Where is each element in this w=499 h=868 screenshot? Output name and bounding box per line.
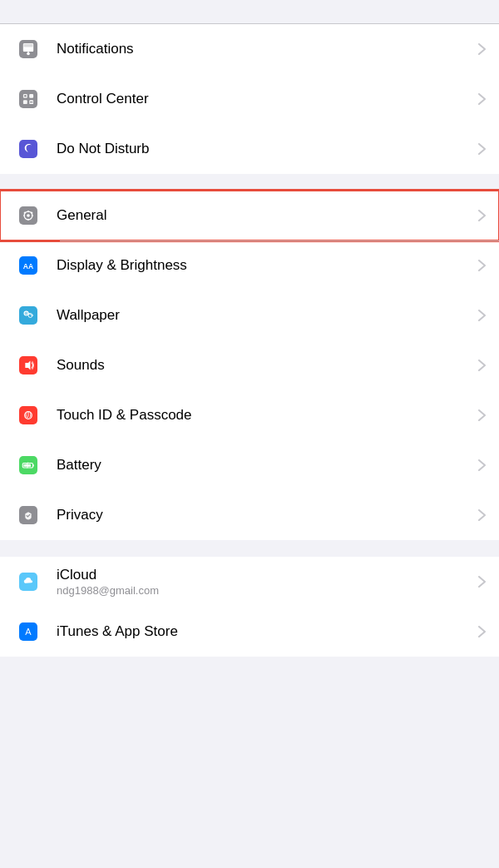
chevron-icon	[478, 509, 486, 521]
chevron-icon	[478, 143, 486, 155]
settings-item-display-brightness[interactable]: AA Display & Brightness	[0, 241, 499, 290]
chevron-icon	[478, 409, 486, 421]
section-divider	[0, 174, 499, 191]
settings-item-battery[interactable]: Battery	[0, 440, 499, 490]
chevron-icon	[478, 43, 486, 55]
do-not-disturb-icon	[13, 134, 43, 164]
item-label: Display & Brightness	[57, 257, 478, 274]
section-divider	[0, 540, 499, 557]
svg-rect-13	[19, 140, 37, 158]
icloud-icon	[13, 567, 43, 597]
appstore-icon: A	[13, 617, 43, 647]
svg-text:AA: AA	[23, 262, 33, 270]
settings-item-notifications[interactable]: Notifications	[0, 24, 499, 74]
chevron-icon	[478, 93, 486, 105]
chevron-icon	[478, 459, 486, 471]
svg-point-11	[24, 95, 26, 97]
svg-point-16	[27, 214, 30, 217]
settings-item-wallpaper[interactable]: Wallpaper	[0, 290, 499, 340]
item-label: iTunes & App Store	[57, 623, 478, 640]
control-center-icon	[13, 84, 43, 114]
privacy-icon	[13, 500, 43, 530]
item-label: General	[57, 207, 478, 224]
svg-rect-20	[32, 215, 33, 216]
item-label: Notifications	[57, 41, 478, 57]
svg-rect-19	[23, 215, 25, 216]
item-label: Do Not Disturb	[57, 141, 478, 157]
settings-item-sounds[interactable]: Sounds	[0, 340, 499, 390]
svg-rect-18	[27, 219, 28, 221]
settings-section: Notifications Control Center Do Not Dist…	[0, 24, 499, 174]
display-icon: AA	[13, 250, 43, 280]
chevron-icon	[478, 260, 486, 271]
battery-icon	[13, 450, 43, 480]
settings-item-privacy[interactable]: Privacy	[0, 490, 499, 540]
chevron-icon	[478, 360, 486, 371]
touch-id-icon	[13, 400, 43, 430]
sounds-icon	[13, 350, 43, 380]
svg-rect-3	[24, 44, 33, 47]
svg-rect-5	[27, 51, 28, 53]
settings-item-general[interactable]: General	[0, 191, 499, 241]
item-label: Battery	[57, 457, 478, 474]
notifications-icon	[13, 34, 43, 64]
svg-rect-17	[27, 211, 28, 212]
svg-rect-6	[19, 90, 37, 108]
settings-item-itunes-appstore[interactable]: A iTunes & App Store	[0, 607, 499, 657]
chevron-icon	[478, 210, 486, 221]
svg-rect-8	[29, 94, 33, 98]
item-label: Touch ID & Passcode	[57, 407, 478, 424]
svg-text:A: A	[25, 627, 32, 637]
settings-header	[0, 0, 499, 24]
settings-section: iCloud ndg1988@gmail.com A iTunes & App …	[0, 557, 499, 657]
item-sublabel: ndg1988@gmail.com	[57, 584, 478, 597]
item-label: Wallpaper	[57, 307, 478, 324]
settings-section: General AA Display & Brightness Wallpape…	[0, 191, 499, 540]
settings-item-icloud[interactable]: iCloud ndg1988@gmail.com	[0, 557, 499, 607]
item-label: Control Center	[57, 91, 478, 107]
svg-rect-12	[30, 102, 33, 102]
svg-rect-35	[33, 464, 34, 466]
chevron-icon	[478, 310, 486, 321]
settings-item-touch-id[interactable]: Touch ID & Passcode	[0, 390, 499, 440]
general-icon	[13, 201, 43, 231]
item-text-group: iCloud ndg1988@gmail.com	[57, 567, 478, 597]
chevron-icon	[478, 576, 486, 588]
item-label: Sounds	[57, 357, 478, 374]
settings-item-do-not-disturb[interactable]: Do Not Disturb	[0, 124, 499, 174]
settings-item-control-center[interactable]: Control Center	[0, 74, 499, 124]
item-label: iCloud	[57, 567, 478, 583]
item-label: Privacy	[57, 507, 478, 523]
wallpaper-icon	[13, 300, 43, 330]
chevron-icon	[478, 626, 486, 637]
svg-rect-9	[23, 100, 27, 104]
